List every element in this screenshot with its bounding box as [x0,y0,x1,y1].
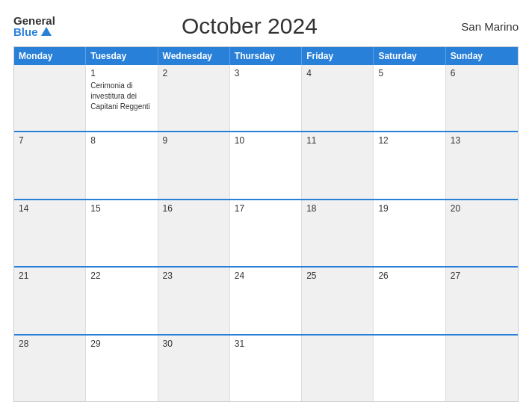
day-cell: 31 [230,336,302,401]
day-cell: 3 [230,65,302,131]
day-number: 18 [306,203,368,214]
day-cell: 6 [446,65,518,131]
day-cell: 14 [14,200,86,266]
calendar-page: General Blue October 2024 San Marino Mon… [0,0,532,411]
day-number: 30 [163,339,225,349]
day-cell: 18 [302,200,374,266]
day-number: 24 [235,271,297,281]
calendar-header: Monday Tuesday Wednesday Thursday Friday… [14,47,518,65]
day-number: 2 [163,68,225,78]
header-thursday: Thursday [230,47,302,65]
day-cell: 12 [374,132,445,198]
header-monday: Monday [14,47,86,65]
day-number: 19 [378,203,440,214]
day-cell: 17 [230,200,302,266]
day-cell: 21 [14,268,86,333]
day-cell: 27 [446,268,518,333]
day-cell: 7 [14,132,86,198]
day-number: 4 [306,68,368,78]
day-cell: 8 [86,132,158,198]
header-wednesday: Wednesday [158,47,230,65]
calendar: Monday Tuesday Wednesday Thursday Friday… [13,46,519,402]
month-title: October 2024 [55,13,444,39]
day-cell: 1 Cerimonia di investitura dei Capitani … [86,65,158,131]
day-number: 8 [90,135,152,146]
country-name: San Marino [444,20,519,33]
week-row-3: 14 15 16 17 18 19 20 [14,200,518,268]
event-text: Cerimonia di investitura dei Capitani Re… [90,81,150,111]
day-number: 7 [19,135,81,146]
header: General Blue October 2024 San Marino [13,13,519,39]
day-cell: 24 [230,268,302,333]
day-number: 1 [90,68,152,78]
day-number: 14 [19,203,81,214]
day-number: 26 [378,271,440,281]
logo-triangle-icon [41,27,52,36]
header-tuesday: Tuesday [86,47,158,65]
header-saturday: Saturday [374,47,445,65]
logo: General Blue [13,15,55,37]
day-number: 9 [163,135,225,146]
day-cell: 28 [14,336,86,401]
header-sunday: Sunday [446,47,518,65]
day-cell: 22 [86,268,158,333]
day-number: 17 [235,203,297,214]
day-number: 12 [378,135,440,146]
day-cell: 19 [374,200,445,266]
day-number: 21 [19,271,81,281]
day-number: 27 [451,271,513,281]
day-cell: 11 [302,132,374,198]
day-number: 10 [235,135,297,146]
day-number: 23 [163,271,225,281]
week-row-5: 28 29 30 31 [14,336,518,401]
logo-blue-text: Blue [13,26,38,37]
week-row-1: 1 Cerimonia di investitura dei Capitani … [14,65,518,132]
day-cell: 9 [158,132,230,198]
day-cell [302,336,374,401]
day-number: 16 [163,203,225,214]
day-number: 20 [451,203,513,214]
day-cell: 13 [446,132,518,198]
day-cell: 20 [446,200,518,266]
day-cell: 30 [158,336,230,401]
day-cell: 15 [86,200,158,266]
day-number: 25 [306,271,368,281]
day-cell [374,336,445,401]
day-cell: 26 [374,268,445,333]
day-cell: 29 [86,336,158,401]
day-number: 28 [19,339,81,349]
day-cell: 2 [158,65,230,131]
header-friday: Friday [302,47,374,65]
day-number: 22 [90,271,152,281]
week-row-2: 7 8 9 10 11 12 13 [14,132,518,200]
week-row-4: 21 22 23 24 25 26 27 [14,268,518,335]
logo-general-text: General [13,15,55,26]
day-cell: 25 [302,268,374,333]
day-cell [446,336,518,401]
day-number: 31 [235,339,297,349]
day-number: 5 [378,68,440,78]
day-number: 13 [451,135,513,146]
day-number: 29 [90,339,152,349]
day-cell [14,65,86,131]
day-number: 11 [306,135,368,146]
day-cell: 5 [374,65,445,131]
day-number: 6 [451,68,513,78]
day-cell: 10 [230,132,302,198]
calendar-body: 1 Cerimonia di investitura dei Capitani … [14,65,518,401]
day-number: 3 [235,68,297,78]
day-number: 15 [90,203,152,214]
day-cell: 16 [158,200,230,266]
day-cell: 23 [158,268,230,333]
day-cell: 4 [302,65,374,131]
